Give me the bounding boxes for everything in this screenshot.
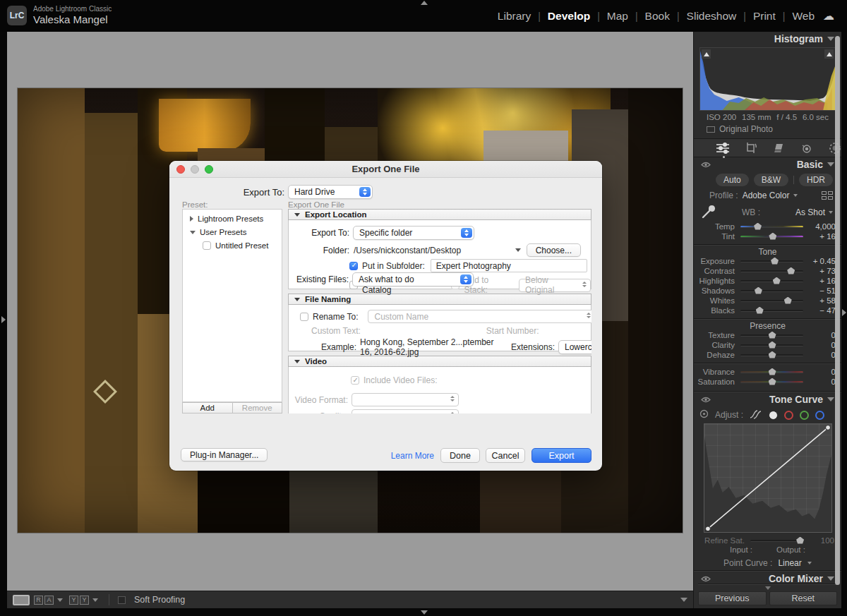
existing-files-popup[interactable]: Ask what to do [352, 272, 474, 286]
done-button[interactable]: Done [440, 448, 480, 463]
module-book[interactable]: Book [645, 10, 670, 23]
right-panel-scrollbar[interactable] [835, 36, 840, 585]
slider-thumb[interactable] [784, 297, 792, 304]
saturation-slider[interactable] [740, 381, 803, 383]
soft-proofing-checkbox[interactable] [118, 596, 126, 604]
slider-thumb[interactable] [787, 267, 795, 274]
location-export-to-popup[interactable]: Specific folder [353, 226, 474, 240]
module-slideshow[interactable]: Slideshow [687, 10, 737, 23]
auto-button[interactable]: Auto [716, 174, 749, 186]
profile-value[interactable]: Adobe Color [743, 191, 790, 200]
wb-eyedropper-icon[interactable] [701, 204, 716, 222]
panel-visibility-eye-icon[interactable] [701, 162, 711, 168]
before-after-split-icon[interactable]: Y [80, 596, 89, 605]
section-disclosure-icon[interactable] [294, 360, 300, 363]
file-naming-header[interactable]: File Naming [288, 294, 591, 305]
folder-path[interactable]: /Users/nickconstant/Desktop [354, 246, 461, 255]
add-preset-button[interactable]: Add [182, 402, 233, 413]
rename-to-checkbox[interactable] [300, 313, 308, 321]
crop-tool-icon[interactable] [745, 140, 757, 156]
slider-thumb[interactable] [769, 351, 776, 358]
export-location-header[interactable]: Export Location [288, 209, 591, 220]
dehaze-slider[interactable] [740, 354, 803, 356]
exposure-slider[interactable] [740, 260, 803, 262]
choose-folder-button[interactable]: Choose... [527, 243, 581, 257]
refine-saturation-slider[interactable] [750, 540, 802, 542]
loupe-view-icon[interactable] [13, 595, 30, 605]
split-view-dropdown-icon[interactable] [92, 598, 98, 602]
texture-slider[interactable] [740, 334, 803, 337]
video-header[interactable]: Video [288, 356, 591, 367]
extensions-popup[interactable]: Lowercase [558, 340, 591, 354]
show-left-panel-icon[interactable] [1, 316, 6, 323]
slider-thumb[interactable] [771, 258, 779, 265]
red-channel-icon[interactable] [784, 411, 793, 420]
wb-value[interactable]: As Shot [795, 207, 825, 217]
subfolder-name-field[interactable]: Expert Photography [431, 259, 587, 272]
vibrance-slider[interactable] [740, 371, 803, 373]
right-panel-strip[interactable] [841, 32, 847, 608]
dialog-title-bar[interactable]: Export One File [169, 161, 602, 178]
tone-curve-plot[interactable] [704, 423, 832, 533]
slider-thumb[interactable] [754, 223, 762, 230]
collapse-panel-icon[interactable] [827, 397, 834, 401]
reset-button[interactable]: Reset [769, 591, 838, 605]
edit-tool-icon[interactable] [716, 140, 729, 156]
chevron-right-icon[interactable] [190, 216, 193, 222]
point-curve-dropdown-icon[interactable] [807, 562, 812, 564]
slider-thumb[interactable] [755, 287, 762, 294]
slider-thumb[interactable] [769, 378, 776, 385]
targeted-adjustment-icon[interactable] [699, 409, 709, 421]
show-right-panel-icon[interactable] [842, 309, 846, 316]
section-disclosure-icon[interactable] [294, 213, 300, 217]
shadow-clipping-icon[interactable] [702, 49, 711, 59]
before-after-left-right-icon[interactable]: A [44, 596, 54, 605]
bw-button[interactable]: B&W [754, 174, 788, 186]
point-curve-channel-icon[interactable] [769, 411, 778, 420]
highlight-clipping-icon[interactable] [824, 49, 834, 59]
toolbar-options-icon[interactable] [680, 598, 687, 602]
hdr-button[interactable]: HDR [799, 174, 833, 186]
histogram-panel-header[interactable]: Histogram [694, 32, 841, 46]
highlights-slider[interactable] [740, 280, 803, 282]
parametric-curve-icon[interactable] [750, 409, 762, 421]
preset-checkbox[interactable] [203, 241, 211, 250]
point-curve-value[interactable]: Linear [778, 558, 801, 568]
panel-end-icon[interactable] [765, 586, 771, 590]
left-panel-strip[interactable] [0, 32, 7, 608]
preset-group-lightroom[interactable]: Lightroom Presets [183, 210, 282, 223]
collapse-panel-icon[interactable] [827, 576, 834, 581]
slider-thumb[interactable] [769, 368, 776, 375]
put-in-subfolder-checkbox[interactable] [349, 262, 358, 270]
folder-recent-dropdown-icon[interactable] [515, 248, 521, 252]
whites-slider[interactable] [740, 300, 803, 302]
profile-browser-icon[interactable] [822, 191, 833, 200]
module-web[interactable]: Web [792, 10, 815, 23]
slider-thumb[interactable] [769, 342, 776, 349]
module-library[interactable]: Library [498, 10, 531, 23]
plugin-manager-button[interactable]: Plug-in Manager... [181, 448, 268, 461]
export-settings-scroll[interactable]: Export Location Export To: Specific fold… [288, 209, 591, 413]
section-disclosure-icon[interactable] [294, 298, 300, 301]
before-after-left-right-icon[interactable]: R [34, 596, 43, 605]
cancel-button[interactable]: Cancel [486, 448, 525, 463]
remove-preset-button[interactable]: Remove [233, 402, 283, 413]
close-window-button[interactable] [176, 165, 185, 174]
chevron-down-icon[interactable] [190, 231, 196, 234]
tint-slider[interactable] [740, 236, 803, 238]
before-after-dropdown-icon[interactable] [57, 598, 63, 602]
clarity-slider[interactable] [740, 344, 803, 346]
temp-slider[interactable] [740, 226, 803, 228]
module-map[interactable]: Map [607, 10, 628, 23]
slider-thumb[interactable] [756, 307, 764, 314]
module-print[interactable]: Print [753, 10, 776, 23]
show-top-panel-icon[interactable] [421, 1, 428, 5]
original-photo-checkbox[interactable] [707, 126, 715, 133]
slider-thumb[interactable] [769, 233, 776, 240]
cloud-sync-icon[interactable]: ☁ [823, 9, 834, 23]
tone-curve-panel-header[interactable]: Tone Curve [694, 392, 841, 406]
healing-tool-icon[interactable] [773, 140, 786, 156]
panel-visibility-eye-icon[interactable] [701, 576, 711, 582]
export-button[interactable]: Export [531, 448, 591, 463]
basic-panel-header[interactable]: Basic [694, 157, 841, 171]
